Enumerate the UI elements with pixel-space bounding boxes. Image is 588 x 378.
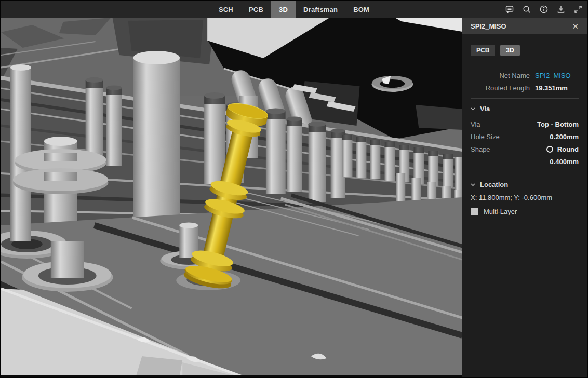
net-name-label: Net Name — [471, 72, 530, 79]
panel-title: SPI2_MISO — [471, 22, 506, 30]
routed-length-label: Routed Length — [471, 84, 530, 92]
comment-icon[interactable] — [505, 5, 514, 14]
routed-length-value: 19.351mm — [535, 84, 568, 92]
chevron-down-icon — [471, 183, 475, 186]
tab-draftsman[interactable]: Draftsman — [296, 1, 345, 18]
divider — [471, 174, 579, 174]
tab-bom[interactable]: BOM — [345, 1, 377, 18]
via-section-header[interactable]: Via — [471, 105, 579, 113]
view-tabs: SCH PCB 3D Draftsman BOM — [211, 1, 377, 18]
multilayer-row: Multi-Layer — [471, 208, 579, 215]
round-shape-radio[interactable] — [546, 146, 553, 153]
tab-sch[interactable]: SCH — [211, 1, 241, 18]
panel-header: SPI2_MISO ✕ — [462, 18, 587, 34]
hole-size-row: Hole Size 0.200mm — [471, 130, 579, 143]
pcb-view-button[interactable]: PCB — [471, 45, 495, 56]
properties-panel: SPI2_MISO ✕ PCB 3D Net Name SPI2_MISO Ro… — [462, 18, 587, 377]
pad-size-row: 0.400mm — [471, 155, 579, 168]
via-ring-float — [371, 76, 413, 92]
search-icon[interactable] — [522, 5, 531, 14]
multilayer-checkbox[interactable] — [471, 208, 478, 215]
close-icon[interactable]: ✕ — [570, 21, 581, 31]
location-coordinates: X: 11.800mm; Y: -0.600mm — [471, 194, 579, 201]
cylinder-flanges — [13, 149, 109, 194]
view-toggle: PCB 3D — [471, 45, 579, 56]
bottom-border — [1, 375, 462, 377]
via-row: Via Top - Bottom — [471, 118, 579, 130]
tab-3d[interactable]: 3D — [271, 1, 296, 18]
download-icon[interactable] — [556, 5, 566, 14]
tab-pcb[interactable]: PCB — [241, 1, 271, 18]
3d-view-button[interactable]: 3D — [500, 45, 519, 56]
net-info: Net Name SPI2_MISO Routed Length 19.351m… — [471, 72, 579, 92]
expand-icon[interactable] — [573, 5, 583, 14]
location-section-header[interactable]: Location — [471, 181, 579, 188]
multilayer-label: Multi-Layer — [484, 208, 517, 215]
toolbar-icon-group — [505, 1, 584, 18]
shape-row: Shape Round — [471, 143, 579, 155]
info-icon[interactable] — [539, 5, 549, 14]
divider — [471, 98, 579, 99]
app-window: SCH PCB 3D Draftsman BOM — [0, 0, 588, 378]
chevron-down-icon — [471, 107, 475, 111]
top-toolbar: SCH PCB 3D Draftsman BOM — [1, 1, 587, 18]
net-name-link[interactable]: SPI2_MISO — [535, 72, 571, 79]
viewport-3d[interactable] — [1, 18, 462, 377]
